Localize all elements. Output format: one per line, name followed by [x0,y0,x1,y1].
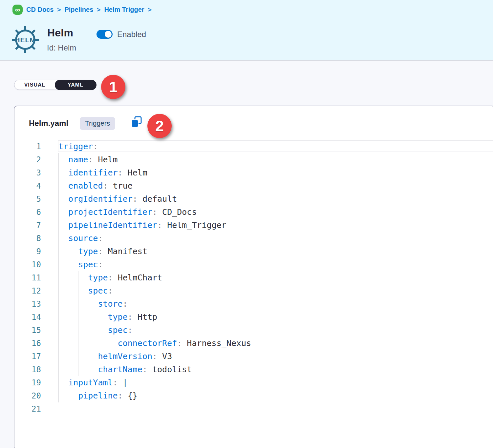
code-line[interactable]: 6projectIdentifier: CD_Docs [14,206,493,219]
yaml-key: type [108,312,128,322]
indent-guide [78,324,78,337]
line-number: 7 [14,221,41,230]
indent-guide [78,311,78,324]
code-line[interactable]: 4enabled: true [14,179,493,193]
yaml-colon: : [118,391,123,400]
yaml-filename: Helm.yaml [29,119,68,128]
yaml-key: connectorRef [118,338,177,348]
line-number: 17 [14,352,41,361]
yaml-key: name [68,155,88,164]
tab-visual[interactable]: VISUAL [14,80,55,90]
code-line[interactable]: 2name: Helm [14,153,493,166]
breadcrumb-separator: > [97,6,100,13]
yaml-key: projectIdentifier [68,207,152,217]
indent-guide [78,297,78,311]
code-line[interactable]: 3identifier: Helm [14,166,493,179]
line-number: 3 [14,168,41,177]
indent-guide [58,232,59,245]
page-title: Helm [47,27,73,39]
indent-guide [98,337,98,350]
yaml-colon: : [152,207,157,217]
yaml-key: spec [108,325,128,335]
copy-icon[interactable] [131,116,143,129]
yaml-value: Harness_Nexus [182,338,251,348]
code-line[interactable]: 11type: HelmChart [14,271,493,284]
code-line[interactable]: 18chartName: todolist [14,363,493,376]
yaml-colon: : [108,273,113,282]
code-line[interactable]: 13store: [14,297,493,311]
line-number: 10 [14,260,41,269]
trigger-id: Id: Helm [47,43,76,52]
indent-guide [78,363,78,376]
code-line[interactable]: 10spec: [14,258,493,271]
breadcrumb-link-pipelines[interactable]: Pipelines [64,6,93,13]
code-line[interactable]: 16connectorRef: Harness_Nexus [14,337,493,350]
breadcrumb-link-project[interactable]: CD Docs [26,6,54,13]
line-number: 1 [14,142,41,151]
yaml-colon: : [93,142,98,151]
visual-yaml-toggle: VISUAL YAML [14,80,96,90]
page-header: ∞ CD Docs > Pipelines > Helm Trigger > H… [0,0,493,61]
line-number: 21 [14,404,41,414]
line-number: 11 [14,273,41,282]
yaml-colon: : [152,352,157,361]
indent-guide [58,389,59,402]
yaml-value: CD_Docs [157,207,197,217]
indent-guide [58,166,59,179]
code-line[interactable]: 21 [14,402,493,416]
yaml-colon: : [142,365,147,374]
code-line[interactable]: 5orgIdentifier: default [14,193,493,206]
annotation-badge-2: 2 [147,114,172,138]
code-line[interactable]: 12spec: [14,284,493,297]
code-line[interactable]: 1trigger: [14,140,493,153]
indent-guide [98,324,98,337]
breadcrumb-link-pipeline[interactable]: Helm Trigger [104,6,144,13]
yaml-value: todolist [147,365,192,374]
line-number: 4 [14,181,41,191]
line-number: 14 [14,313,41,322]
enabled-toggle[interactable] [96,30,113,39]
indent-guide [58,193,59,206]
indent-guide [58,324,59,337]
code-line[interactable]: 14type: Http [14,311,493,324]
code-line[interactable]: 19inputYaml: | [14,376,493,389]
line-number: 8 [14,234,41,243]
breadcrumb: ∞ CD Docs > Pipelines > Helm Trigger > [12,5,152,15]
indent-guide [58,376,59,389]
code-line[interactable]: 17helmVersion: V3 [14,350,493,363]
yaml-key: orgIdentifier [68,194,133,204]
yaml-colon: : [123,299,128,309]
indent-guide [58,363,59,376]
line-number: 9 [14,247,41,256]
indent-guide [78,284,78,297]
line-number: 15 [14,326,41,335]
yaml-colon: : [133,194,138,204]
line-number: 12 [14,286,41,295]
yaml-colon: : [88,155,93,164]
yaml-value: Helm_Trigger [162,220,226,230]
yaml-value: V3 [157,352,172,361]
yaml-colon: : [98,247,103,256]
yaml-key: identifier [68,168,118,177]
yaml-key: source [68,234,98,243]
yaml-value: HelmChart [113,273,162,282]
yaml-colon: : [113,378,118,387]
code-line[interactable]: 15spec: [14,324,493,337]
yaml-key: helmVersion [98,352,152,361]
annotation-badge-1: 1 [101,75,125,99]
indent-guide [58,219,59,232]
line-number: 18 [14,365,41,374]
yaml-value: {} [123,391,138,400]
code-line[interactable]: 8source: [14,232,493,245]
indent-guide [58,271,59,284]
line-number: 6 [14,208,41,217]
code-line[interactable]: 20pipeline: {} [14,389,493,402]
tab-yaml[interactable]: YAML [55,80,96,90]
yaml-colon: : [118,168,123,177]
line-number: 20 [14,391,41,400]
code-line[interactable]: 9type: Manifest [14,245,493,258]
cd-module-icon: ∞ [12,5,23,15]
indent-guide [98,311,98,324]
infinity-glyph: ∞ [15,6,20,13]
code-line[interactable]: 7pipelineIdentifier: Helm_Trigger [14,219,493,232]
